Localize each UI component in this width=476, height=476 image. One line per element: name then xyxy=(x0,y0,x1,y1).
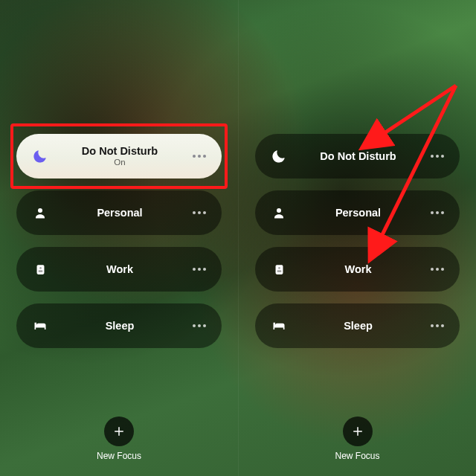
focus-item-label: Work xyxy=(106,263,133,276)
focus-item-label-wrap: Do Not Disturb xyxy=(289,150,427,163)
more-icon[interactable] xyxy=(189,146,210,167)
svg-rect-3 xyxy=(38,270,42,272)
focus-item-label: Personal xyxy=(97,207,142,219)
person-icon xyxy=(268,202,289,223)
focus-item-label-wrap: Personal xyxy=(289,207,427,219)
more-icon[interactable] xyxy=(427,315,448,336)
new-focus: New Focus xyxy=(0,416,238,461)
more-icon[interactable] xyxy=(427,146,448,167)
screenshot-pair: Do Not Disturb On Personal W xyxy=(0,0,476,476)
focus-item-label: Sleep xyxy=(344,320,373,332)
focus-item-do-not-disturb[interactable]: Do Not Disturb On xyxy=(16,134,222,178)
focus-item-label: Work xyxy=(345,263,372,276)
bed-icon xyxy=(30,315,51,336)
more-icon[interactable] xyxy=(427,202,448,223)
moon-icon xyxy=(30,146,51,167)
focus-item-personal[interactable]: Personal xyxy=(16,190,222,235)
focus-item-personal[interactable]: Personal xyxy=(255,190,460,235)
more-icon[interactable] xyxy=(189,315,210,336)
svg-rect-7 xyxy=(277,270,281,272)
focus-item-label-wrap: Sleep xyxy=(289,320,427,332)
focus-item-status: On xyxy=(114,158,125,167)
focus-item-work[interactable]: Work xyxy=(255,247,460,292)
new-focus-label: New Focus xyxy=(97,451,141,461)
focus-list-panel-left: Do Not Disturb On Personal W xyxy=(0,0,238,476)
focus-item-label-wrap: Do Not Disturb On xyxy=(51,145,189,168)
focus-item-label-wrap: Work xyxy=(51,263,189,276)
focus-item-label: Do Not Disturb xyxy=(320,150,396,163)
focus-item-label: Personal xyxy=(335,207,381,219)
more-icon[interactable] xyxy=(427,259,448,280)
new-focus-button[interactable] xyxy=(343,416,373,446)
bed-icon xyxy=(268,315,289,336)
new-focus-button[interactable] xyxy=(104,416,134,446)
badge-icon xyxy=(268,259,289,280)
focus-item-label-wrap: Work xyxy=(289,263,427,276)
focus-item-sleep[interactable]: Sleep xyxy=(255,303,460,348)
focus-item-work[interactable]: Work xyxy=(16,247,222,292)
focus-list: Do Not Disturb Personal Work xyxy=(255,134,460,348)
focus-item-label-wrap: Personal xyxy=(51,207,189,219)
svg-rect-1 xyxy=(36,265,44,274)
new-focus-label: New Focus xyxy=(335,451,379,461)
focus-list-panel-right: Do Not Disturb Personal Work xyxy=(238,0,476,476)
moon-icon xyxy=(268,146,289,167)
svg-point-2 xyxy=(39,266,42,268)
more-icon[interactable] xyxy=(189,259,210,280)
focus-list: Do Not Disturb On Personal W xyxy=(16,134,222,348)
new-focus: New Focus xyxy=(239,416,476,461)
svg-point-4 xyxy=(277,208,281,213)
focus-item-label-wrap: Sleep xyxy=(51,320,189,332)
person-icon xyxy=(30,202,51,223)
svg-point-6 xyxy=(278,266,280,268)
more-icon[interactable] xyxy=(189,202,210,223)
focus-item-do-not-disturb[interactable]: Do Not Disturb xyxy=(255,134,460,178)
svg-rect-5 xyxy=(275,265,283,274)
svg-point-0 xyxy=(38,208,42,213)
focus-item-label: Do Not Disturb xyxy=(82,145,158,158)
focus-item-label: Sleep xyxy=(106,320,135,332)
focus-item-sleep[interactable]: Sleep xyxy=(16,303,222,348)
badge-icon xyxy=(30,259,51,280)
